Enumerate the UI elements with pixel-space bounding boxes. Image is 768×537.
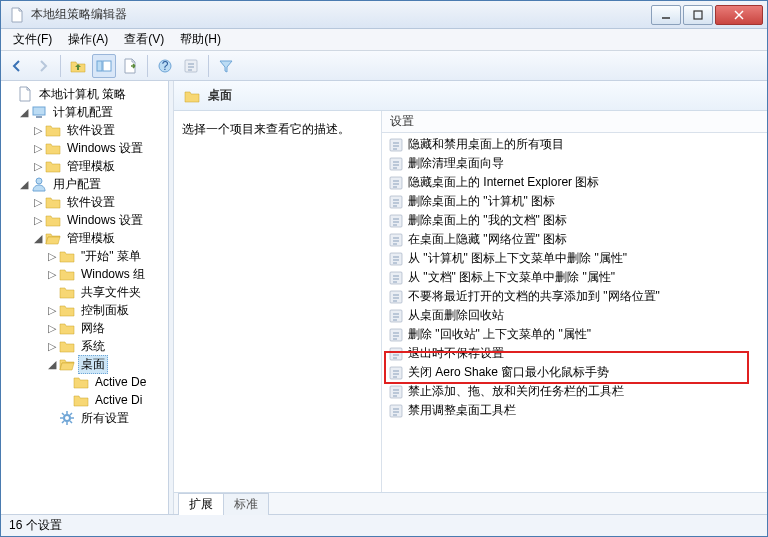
policy-icon bbox=[388, 384, 404, 400]
filter-button[interactable] bbox=[214, 54, 238, 78]
back-button[interactable] bbox=[5, 54, 29, 78]
policy-item[interactable]: 隐藏桌面上的 Internet Explorer 图标 bbox=[382, 173, 767, 192]
bottom-tabs: 扩展 标准 bbox=[174, 492, 767, 514]
collapse-icon[interactable]: ◢ bbox=[17, 106, 31, 119]
show-tree-button[interactable] bbox=[92, 54, 116, 78]
policy-item[interactable]: 删除桌面上的 "计算机" 图标 bbox=[382, 192, 767, 211]
policy-item[interactable]: 从桌面删除回收站 bbox=[382, 306, 767, 325]
tree-item[interactable]: ▷系统 bbox=[45, 337, 166, 355]
tab-standard[interactable]: 标准 bbox=[223, 493, 269, 515]
tab-extend[interactable]: 扩展 bbox=[178, 493, 224, 515]
tree-label: 网络 bbox=[78, 320, 108, 337]
tree-item[interactable]: Active De bbox=[59, 373, 166, 391]
tree-label: 本地计算机 策略 bbox=[36, 86, 129, 103]
collapse-icon[interactable]: ◢ bbox=[45, 358, 59, 371]
menu-view[interactable]: 查看(V) bbox=[116, 29, 172, 50]
minimize-button[interactable] bbox=[651, 5, 681, 25]
column-header[interactable]: 设置 bbox=[382, 111, 767, 133]
collapse-icon[interactable]: ◢ bbox=[17, 178, 31, 191]
expand-icon[interactable]: ▷ bbox=[31, 142, 45, 155]
tree-label: 系统 bbox=[78, 338, 108, 355]
policy-icon bbox=[388, 346, 404, 362]
close-button[interactable] bbox=[715, 5, 763, 25]
tree-admin-templates[interactable]: ◢管理模板 bbox=[31, 229, 166, 247]
policy-item[interactable]: 在桌面上隐藏 "网络位置" 图标 bbox=[382, 230, 767, 249]
tree-item[interactable]: 共享文件夹 bbox=[45, 283, 166, 301]
folder-icon bbox=[59, 302, 75, 318]
policy-item[interactable]: 关闭 Aero Shake 窗口最小化鼠标手势 bbox=[382, 363, 767, 382]
policy-icon bbox=[388, 175, 404, 191]
expand-icon[interactable]: ▷ bbox=[31, 160, 45, 173]
expand-icon[interactable]: ▷ bbox=[45, 340, 59, 353]
folder-open-icon bbox=[45, 230, 61, 246]
tree-item[interactable]: ▷Windows 设置 bbox=[31, 139, 166, 157]
policy-icon bbox=[388, 308, 404, 324]
policy-label: 隐藏桌面上的 Internet Explorer 图标 bbox=[408, 174, 599, 191]
content-header: 桌面 bbox=[174, 81, 767, 111]
policy-item[interactable]: 退出时不保存设置 bbox=[382, 344, 767, 363]
list-scroll[interactable]: 隐藏和禁用桌面上的所有项目删除清理桌面向导隐藏桌面上的 Internet Exp… bbox=[382, 133, 767, 492]
policy-item[interactable]: 禁用调整桌面工具栏 bbox=[382, 401, 767, 420]
policy-item[interactable]: 禁止添加、拖、放和关闭任务栏的工具栏 bbox=[382, 382, 767, 401]
policy-item[interactable]: 删除 "回收站" 上下文菜单的 "属性" bbox=[382, 325, 767, 344]
policy-item[interactable]: 从 "计算机" 图标上下文菜单中删除 "属性" bbox=[382, 249, 767, 268]
tree-item[interactable]: ▷网络 bbox=[45, 319, 166, 337]
folder-open-icon bbox=[59, 356, 75, 372]
titlebar[interactable]: 本地组策略编辑器 bbox=[1, 1, 767, 29]
menu-action[interactable]: 操作(A) bbox=[60, 29, 116, 50]
maximize-button[interactable] bbox=[683, 5, 713, 25]
expand-icon[interactable]: ▷ bbox=[31, 196, 45, 209]
toolbar-sep bbox=[147, 55, 148, 77]
policy-item[interactable]: 隐藏和禁用桌面上的所有项目 bbox=[382, 135, 767, 154]
menu-help[interactable]: 帮助(H) bbox=[172, 29, 229, 50]
tree-all-settings[interactable]: 所有设置 bbox=[45, 409, 166, 427]
policy-item[interactable]: 删除桌面上的 "我的文档" 图标 bbox=[382, 211, 767, 230]
tree-item[interactable]: ▷软件设置 bbox=[31, 193, 166, 211]
tree-label: 软件设置 bbox=[64, 194, 118, 211]
expand-icon[interactable]: ▷ bbox=[45, 268, 59, 281]
svg-rect-9 bbox=[694, 11, 702, 19]
tree-computer-config[interactable]: ◢ 计算机配置 bbox=[17, 103, 166, 121]
properties-button[interactable] bbox=[179, 54, 203, 78]
policy-label: 删除 "回收站" 上下文菜单的 "属性" bbox=[408, 326, 591, 343]
expand-icon[interactable]: ▷ bbox=[45, 304, 59, 317]
folder-icon bbox=[45, 140, 61, 156]
tree-item[interactable]: ▷控制面板 bbox=[45, 301, 166, 319]
tree-item[interactable]: ▷软件设置 bbox=[31, 121, 166, 139]
tree-desktop[interactable]: ◢桌面 bbox=[45, 355, 166, 373]
collapse-icon[interactable]: ◢ bbox=[31, 232, 45, 245]
policy-icon bbox=[388, 289, 404, 305]
tree-user-config[interactable]: ◢ 用户配置 bbox=[17, 175, 166, 193]
tree-item[interactable]: ▷Windows 组 bbox=[45, 265, 166, 283]
policy-item[interactable]: 删除清理桌面向导 bbox=[382, 154, 767, 173]
tree-item[interactable]: ▷Windows 设置 bbox=[31, 211, 166, 229]
tree-root[interactable]: 本地计算机 策略 bbox=[3, 85, 166, 103]
content-title: 桌面 bbox=[208, 87, 232, 104]
tree-item[interactable]: Active Di bbox=[59, 391, 166, 409]
policy-label: 隐藏和禁用桌面上的所有项目 bbox=[408, 136, 564, 153]
tree-label: "开始" 菜单 bbox=[78, 248, 144, 265]
policy-icon bbox=[388, 156, 404, 172]
expand-icon[interactable]: ▷ bbox=[45, 322, 59, 335]
forward-button[interactable] bbox=[31, 54, 55, 78]
nav-tree[interactable]: 本地计算机 策略 ◢ 计算机配置 ▷软件设置 ▷Windows 设置 ▷管理模板… bbox=[1, 81, 169, 514]
help-button[interactable]: ? bbox=[153, 54, 177, 78]
content-split: 选择一个项目来查看它的描述。 设置 隐藏和禁用桌面上的所有项目删除清理桌面向导隐… bbox=[174, 111, 767, 492]
window-title: 本地组策略编辑器 bbox=[31, 6, 649, 23]
policy-item[interactable]: 从 "文档" 图标上下文菜单中删除 "属性" bbox=[382, 268, 767, 287]
status-bar: 16 个设置 bbox=[1, 514, 767, 536]
expand-icon[interactable]: ▷ bbox=[31, 124, 45, 137]
expand-icon[interactable]: ▷ bbox=[45, 250, 59, 263]
toolbar: ? bbox=[1, 51, 767, 81]
folder-icon bbox=[59, 320, 75, 336]
tree-item[interactable]: ▷"开始" 菜单 bbox=[45, 247, 166, 265]
export-button[interactable] bbox=[118, 54, 142, 78]
expand-icon[interactable]: ▷ bbox=[31, 214, 45, 227]
tree-label: 共享文件夹 bbox=[78, 284, 144, 301]
policy-label: 删除桌面上的 "计算机" 图标 bbox=[408, 193, 555, 210]
tree-item[interactable]: ▷管理模板 bbox=[31, 157, 166, 175]
policy-item[interactable]: 不要将最近打开的文档的共享添加到 "网络位置" bbox=[382, 287, 767, 306]
tree-label: Windows 组 bbox=[78, 266, 148, 283]
menu-file[interactable]: 文件(F) bbox=[5, 29, 60, 50]
up-button[interactable] bbox=[66, 54, 90, 78]
